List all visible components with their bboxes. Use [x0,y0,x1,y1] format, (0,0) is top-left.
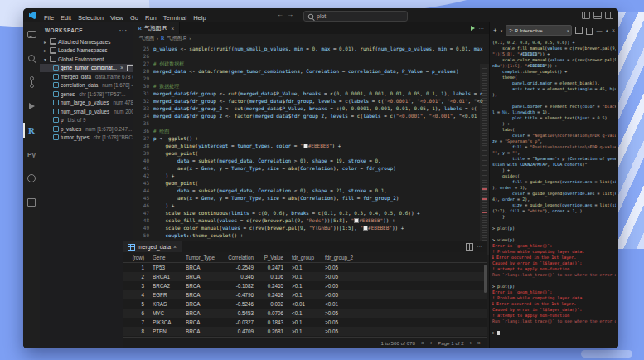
table-cell: 0.346 [220,274,257,280]
column-header--row-[interactable]: (row) [123,255,148,260]
console-line: size = guide_legend(override.aes = list(… [492,202,616,208]
menu-go[interactable]: Go [130,14,138,22]
panel-more-actions-icon[interactable]: ··· [477,244,483,250]
variable-item[interactable]: num_large_p_valuesnum 478 [40,99,133,108]
jupyter-icon[interactable] [23,173,40,184]
minimize-panel-icon[interactable]: — [596,27,602,33]
table-row[interactable]: 8PTENBRCA0.47090.2681>0.1>0.05 [123,327,487,336]
variable-item[interactable]: merged_datadata.frame 678 o... [40,72,133,81]
remote-icon[interactable] [23,197,40,208]
more-actions-icon[interactable]: ··· [119,27,128,33]
new-terminal-icon[interactable]: + [493,27,497,34]
code-text: merged_data <- data.frame(gene_tumor_com… [153,67,489,75]
table-row[interactable]: 2BRCA1BRCA0.3460.106>0.1>0.05 [123,272,487,281]
table-cell: BRCA1 [148,274,181,280]
sidebar-section-global-environment[interactable]: ▾Global Environment [40,55,133,64]
table-row[interactable]: 1TP53BRCA-0.25490.2471>0.1>0.05 [123,263,487,272]
chevron-up-icon[interactable]: ▴ [605,27,608,34]
sidebar-section-loaded-namespaces[interactable]: ▸Loaded Namespaces [40,46,133,56]
console-line: labs( [492,127,616,133]
column-header-correlation[interactable]: Correlation [220,255,257,260]
split-terminal-icon[interactable] [575,27,583,34]
customize-layout-icon[interactable] [605,12,613,19]
run-file-icon[interactable] [471,26,475,31]
variable-item[interactable]: p_valuesnum [1:678] 0.247... [40,124,133,134]
breadcrumb[interactable]: 气泡图 › R 气泡图.R › [133,34,489,42]
table-row[interactable]: 6MYCBRCA-0.54530.0706<0.1>0.05 [123,309,487,318]
kill-terminal-icon[interactable] [586,28,593,35]
code-text [153,52,489,60]
breadcrumb-folder[interactable]: 气泡图 [139,35,154,42]
column-header-fdr-group-2[interactable]: fdr_group_2 [320,255,371,260]
variable-item[interactable]: geneschr [1:678] "TP53"... [40,90,133,99]
table-cell: >0.05 [320,292,371,298]
editor-more-actions-icon[interactable]: ··· [479,26,485,32]
close-tab-icon[interactable]: × [173,244,177,250]
console-line: Run `rlang::last_trace()` to see where t… [492,272,616,278]
console-line: fill = "Positive\ncorrelation\nFDR q-val… [492,144,616,150]
python-icon[interactable]: Py [23,148,40,160]
forward-icon[interactable]: → [287,11,297,18]
prev-page-icon[interactable]: ‹ [430,340,432,346]
first-page-icon[interactable]: « [421,340,424,346]
terminal-selector[interactable]: 2: R Interactive ▾ [506,25,572,36]
code-line: 36# 绘图 [133,127,489,134]
table-cell: >0.05 [320,310,371,316]
table-cell: 1 [123,265,148,270]
menu-help[interactable]: Help [193,14,206,22]
variable-item[interactable]: num_small_p_valuesnum 200 [40,107,133,116]
toggle-panel-icon[interactable] [593,12,602,19]
code-text: # 数据处理 [153,82,489,90]
breadcrumb-file[interactable]: 气泡图.R [167,35,186,42]
table-row[interactable]: 3BRCA2BRCA-0.10820.2465>0.1>0.05 [123,281,487,290]
chat-icon[interactable] [23,28,40,40]
chevron-down-icon[interactable]: ▾ [501,28,503,33]
split-panel-icon[interactable] [466,243,473,251]
view-variable-icon[interactable] [127,65,133,71]
code-text: ) + [153,172,489,179]
last-page-icon[interactable]: » [477,340,481,346]
run-debug-icon[interactable] [23,100,40,112]
command-center-search[interactable]: plot [303,11,408,22]
column-header-tumor-type[interactable]: Tumor_Type [181,255,220,260]
table-row[interactable]: 4EGFRBRCA-0.47960.2468>0.1>0.05 [123,290,487,299]
r-extension-icon[interactable]: R [23,124,40,136]
column-header-fdr-group[interactable]: fdr_group [287,255,320,260]
code-text [153,75,489,82]
table-row[interactable]: 7PIK3CABRCA-0.03270.1843>0.1>0.05 [123,318,487,327]
variable-item[interactable]: tumor_typeschr [1:678] "BRCA"... [40,134,133,143]
close-panel-icon[interactable]: × [612,27,615,33]
variable-item[interactable]: gene_tumor_combinat...× [40,64,133,73]
close-tab-icon[interactable]: × [171,26,174,32]
minimap[interactable] [480,64,489,255]
section-label: Attached Namespaces [58,39,110,45]
sidebar-section-attached-namespaces[interactable]: ▸Attached Namespaces [40,37,133,46]
data-viewer-tab[interactable]: merged_data × [123,241,182,252]
code-text: merged_data$fdr_group <- cut(merged_data… [153,90,489,97]
menu-edit[interactable]: Edit [61,14,71,22]
menu-run[interactable]: Run [145,14,157,22]
variable-value: num 478 [113,100,133,105]
toggle-sidebar-icon[interactable] [582,12,590,19]
next-page-icon[interactable]: › [470,340,472,346]
source-control-icon[interactable] [23,76,40,88]
editor-tab[interactable]: R 气泡图.R × [133,22,180,34]
column-header-gene[interactable]: Gene [148,255,181,260]
menu-view[interactable]: View [110,14,123,22]
variable-item[interactable]: pList of 9 [40,116,133,125]
table-row[interactable]: 9APCBRCA-0.28430.0921<0.1>0.05 [123,336,487,337]
error-mark [482,188,487,190]
menu-selection[interactable]: Selection [78,14,104,22]
console-output[interactable]: (0.1, 0.2, 0.3, 0.4, 0.5, 0.6)) + scale_… [490,38,618,348]
console-line: > plot(p) [492,226,616,231]
console-line: axis.text.x = element_text(angle = 45, h… [492,86,616,92]
menu-file[interactable]: File [44,14,54,22]
table-row[interactable]: 5KRASBRCA-0.52460.002<0.01<0.01 [123,299,487,309]
table-scrollbar[interactable] [484,265,487,293]
back-icon[interactable]: ← [277,11,287,18]
column-header-p-value[interactable]: P_Value [257,255,287,260]
variable-item[interactable]: correlation_datanum [1:678] -0.25... [40,81,133,90]
remove-variable-icon[interactable]: × [119,65,125,71]
menu-terminal[interactable]: Terminal [163,14,186,22]
search-icon[interactable] [23,52,40,64]
